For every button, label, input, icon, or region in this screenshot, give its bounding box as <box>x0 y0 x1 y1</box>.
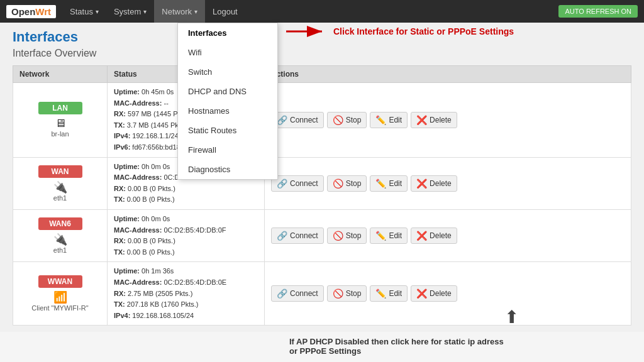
chevron-down-icon: ▾ <box>143 8 147 15</box>
table-row: LAN 🖥 br-lan Uptime: 0h 45m 0sMAC-Addres… <box>13 83 631 158</box>
iface-device-name: eth1 <box>19 246 101 254</box>
auto-refresh-button[interactable]: AUTO REFRESH ON <box>558 5 638 18</box>
chevron-down-icon: ▾ <box>96 8 99 15</box>
brand-highlight: Wrt <box>35 6 51 17</box>
annotation-header: Click Interface for Static or PPPoE Sett… <box>283 23 514 40</box>
btn-edit[interactable]: ✏️Edit <box>370 175 408 192</box>
nav-network[interactable]: Network ▾ <box>154 0 205 23</box>
btn-stop[interactable]: 🚫Stop <box>327 175 367 192</box>
btn-delete[interactable]: ❌Delete <box>411 228 457 244</box>
nav-logout[interactable]: Logout <box>205 0 245 23</box>
iface-icon: 🔌 <box>19 233 101 246</box>
btn-edit[interactable]: ✏️Edit <box>370 285 408 302</box>
action-buttons: 🔗Connect🚫Stop✏️Edit❌Delete <box>271 112 625 128</box>
dropdown-item-wifi[interactable]: Wifi <box>178 43 277 62</box>
iface-badge[interactable]: LAN <box>38 102 82 114</box>
main-content: Interfaces Interface Overview Network St… <box>0 23 644 332</box>
network-cell: LAN 🖥 br-lan <box>13 83 108 158</box>
btn-stop[interactable]: 🚫Stop <box>327 285 367 302</box>
iface-device-name: Client "MYWIFI-R" <box>19 304 101 312</box>
dropdown-item-hostnames[interactable]: Hostnames <box>178 101 277 121</box>
up-arrow-icon: ⬆ <box>504 307 519 327</box>
stop-icon: 🚫 <box>333 288 343 299</box>
actions-cell: 🔗Connect🚫Stop✏️Edit❌Delete <box>265 83 631 158</box>
btn-delete[interactable]: ❌Delete <box>411 285 457 302</box>
table-row: WWAN 📶 Client "MYWIFI-R" Uptime: 0h 1m 3… <box>13 262 631 326</box>
delete-icon: ❌ <box>416 115 427 125</box>
edit-icon: ✏️ <box>375 288 386 299</box>
action-buttons: 🔗Connect🚫Stop✏️Edit❌Delete <box>271 285 625 302</box>
delete-icon: ❌ <box>416 288 427 299</box>
dropdown-item-interfaces[interactable]: Interfaces <box>178 23 277 43</box>
connect-icon: 🔗 <box>277 288 287 299</box>
btn-stop[interactable]: 🚫Stop <box>327 112 367 128</box>
col-network: Network <box>13 66 108 83</box>
network-cell: WAN 🔌 eth1 <box>13 157 108 209</box>
dropdown-item-diagnostics[interactable]: Diagnostics <box>178 160 277 179</box>
dropdown-item-switch[interactable]: Switch <box>178 62 277 82</box>
stop-icon: 🚫 <box>333 115 343 125</box>
btn-delete[interactable]: ❌Delete <box>411 112 457 128</box>
connect-icon: 🔗 <box>277 178 287 189</box>
iface-icon: 📶 <box>19 290 101 304</box>
iface-device-name: eth1 <box>19 194 101 202</box>
table-row: WAN6 🔌 eth1 Uptime: 0h 0m 0sMAC-Address:… <box>13 209 631 261</box>
status-text: Uptime: 0h 1m 36sMAC-Address: 0C:D2:B5:4… <box>114 266 258 321</box>
annotation-bottom: If AP DHCP Disabled then click here for … <box>289 337 509 356</box>
stop-icon: 🚫 <box>333 231 343 241</box>
brand-logo: OpenWrt <box>6 5 56 18</box>
annotation-header-text: Click Interface for Static or PPPoE Sett… <box>333 26 514 36</box>
delete-icon: ❌ <box>416 231 427 241</box>
edit-icon: ✏️ <box>375 231 386 241</box>
connect-icon: 🔗 <box>277 115 287 125</box>
iface-badge[interactable]: WAN6 <box>38 217 82 230</box>
dropdown-item-firewall[interactable]: Firewall <box>178 140 277 160</box>
col-actions: Actions <box>265 66 631 83</box>
status-text: Uptime: 0h 0m 0sMAC-Address: 0C:D2:B5:4D… <box>114 214 258 258</box>
iface-icon: 🖥 <box>19 117 101 130</box>
status-cell: Uptime: 0h 0m 0sMAC-Address: 0C:D2:B5:4D… <box>108 209 265 261</box>
status-cell: Uptime: 0h 1m 36sMAC-Address: 0C:D2:B5:4… <box>108 262 265 326</box>
page-subtitle: Interface Overview <box>13 48 631 59</box>
navbar: OpenWrt Status ▾ System ▾ Network ▾ Logo… <box>0 0 644 23</box>
action-buttons: 🔗Connect🚫Stop✏️Edit❌Delete <box>271 175 625 192</box>
iface-device-name: br-lan <box>19 130 101 138</box>
btn-delete[interactable]: ❌Delete <box>411 175 457 192</box>
nav-system[interactable]: System ▾ <box>106 0 154 23</box>
stop-icon: 🚫 <box>333 178 343 189</box>
network-dropdown: Interfaces Wifi Switch DHCP and DNS Host… <box>177 23 278 180</box>
network-cell: WAN6 🔌 eth1 <box>13 209 108 261</box>
table-row: WAN 🔌 eth1 Uptime: 0h 0m 0sMAC-Address: … <box>13 157 631 209</box>
iface-badge[interactable]: WAN <box>38 165 82 178</box>
chevron-down-icon: ▾ <box>194 8 197 15</box>
network-cell: WWAN 📶 Client "MYWIFI-R" <box>13 262 108 326</box>
brand-text: Open <box>11 6 35 17</box>
dropdown-item-dhcp-dns[interactable]: DHCP and DNS <box>178 82 277 101</box>
btn-connect[interactable]: 🔗Connect <box>271 175 324 192</box>
action-buttons: 🔗Connect🚫Stop✏️Edit❌Delete <box>271 228 625 244</box>
btn-stop[interactable]: 🚫Stop <box>327 228 367 244</box>
interface-table: Network Status Actions LAN 🖥 br-lan Upti… <box>13 65 631 326</box>
connect-icon: 🔗 <box>277 231 287 241</box>
btn-connect[interactable]: 🔗Connect <box>271 228 324 244</box>
edit-icon: ✏️ <box>375 115 386 125</box>
btn-edit[interactable]: ✏️Edit <box>370 228 408 244</box>
iface-icon: 🔌 <box>19 180 101 194</box>
btn-connect[interactable]: 🔗Connect <box>271 112 324 128</box>
arrow-right-icon <box>283 23 327 40</box>
table-header-row: Network Status Actions <box>13 66 631 83</box>
iface-badge[interactable]: WWAN <box>38 275 82 288</box>
nav-status[interactable]: Status ▾ <box>62 0 106 23</box>
actions-cell: 🔗Connect🚫Stop✏️Edit❌Delete <box>265 209 631 261</box>
btn-connect[interactable]: 🔗Connect <box>271 285 324 302</box>
btn-edit[interactable]: ✏️Edit <box>370 112 408 128</box>
actions-cell: 🔗Connect🚫Stop✏️Edit❌Delete <box>265 157 631 209</box>
delete-icon: ❌ <box>416 178 427 189</box>
edit-icon: ✏️ <box>375 178 386 189</box>
actions-cell: 🔗Connect🚫Stop✏️Edit❌Delete <box>265 262 631 326</box>
dropdown-item-static-routes[interactable]: Static Routes <box>178 121 277 140</box>
